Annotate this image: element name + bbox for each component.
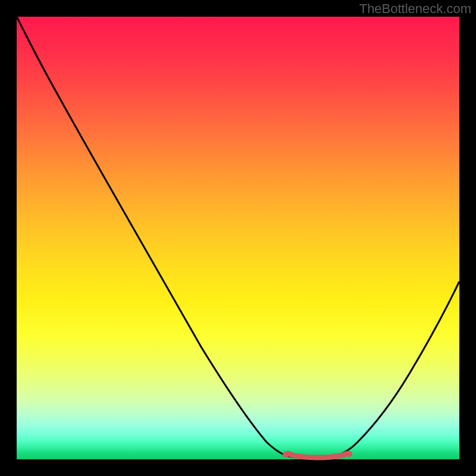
marker-start-dot (283, 452, 289, 458)
optimal-range-marker (286, 453, 349, 458)
chart-plot-area (17, 17, 459, 459)
marker-end-dot (346, 451, 352, 457)
bottleneck-curve (17, 17, 459, 458)
chart-svg (17, 17, 459, 459)
watermark-text: TheBottleneck.com (359, 1, 471, 17)
